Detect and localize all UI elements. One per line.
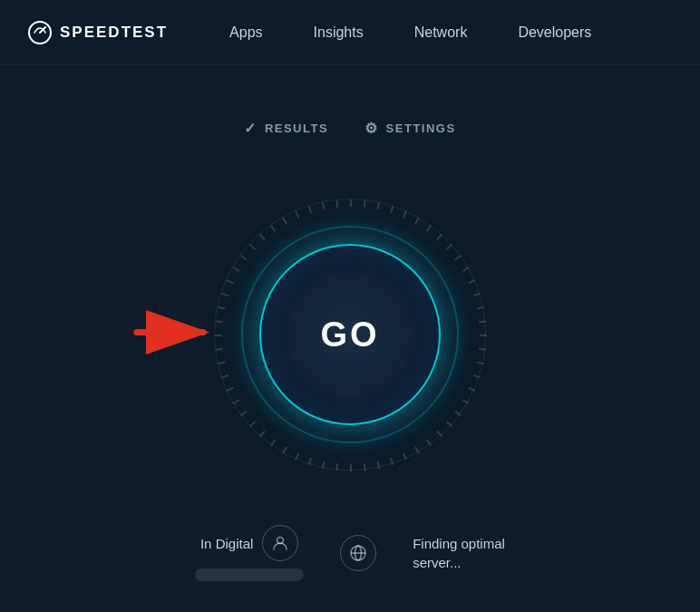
tab-bar: ✓ RESULTS ⚙ SETTINGS	[244, 120, 455, 144]
globe-icon-circle[interactable]	[340, 535, 376, 571]
tab-settings-label: SETTINGS	[386, 121, 456, 135]
main-content: ✓ RESULTS ⚙ SETTINGS	[0, 65, 700, 581]
main-nav: Apps Insights Network Developers	[204, 0, 617, 65]
go-button[interactable]: GO	[259, 244, 441, 425]
location-label-row: In Digital	[200, 525, 298, 561]
person-icon-circle[interactable]	[262, 525, 298, 561]
logo[interactable]: SPEEDTEST	[27, 20, 168, 45]
go-label: GO	[320, 316, 379, 355]
arrow-indicator	[132, 308, 214, 362]
nav-item-apps[interactable]: Apps	[204, 0, 287, 65]
tab-settings[interactable]: ⚙ SETTINGS	[365, 120, 456, 144]
location-text: In Digital	[200, 536, 253, 551]
status-bar: In Digital Finding optimal server...	[195, 525, 505, 581]
tab-results-label: RESULTS	[265, 121, 328, 135]
globe-icon	[349, 544, 367, 562]
location-status: In Digital	[195, 525, 304, 581]
nav-item-network[interactable]: Network	[389, 0, 493, 65]
brand-name: SPEEDTEST	[60, 24, 168, 42]
nav-item-developers[interactable]: Developers	[492, 0, 617, 65]
tab-results[interactable]: ✓ RESULTS	[244, 120, 328, 144]
person-icon	[272, 535, 288, 551]
header: SPEEDTEST Apps Insights Network Develope…	[0, 0, 700, 65]
finding-line1: Finding optimal	[413, 536, 505, 551]
speedtest-logo-icon	[27, 20, 53, 45]
nav-item-insights[interactable]: Insights	[288, 0, 389, 65]
checkmark-icon: ✓	[244, 120, 258, 137]
location-sublabel-blur	[195, 568, 304, 581]
server-status: Finding optimal server...	[413, 536, 505, 570]
speedtest-area: GO	[205, 189, 495, 480]
gear-icon: ⚙	[365, 120, 379, 137]
finding-line2: server...	[413, 555, 505, 570]
